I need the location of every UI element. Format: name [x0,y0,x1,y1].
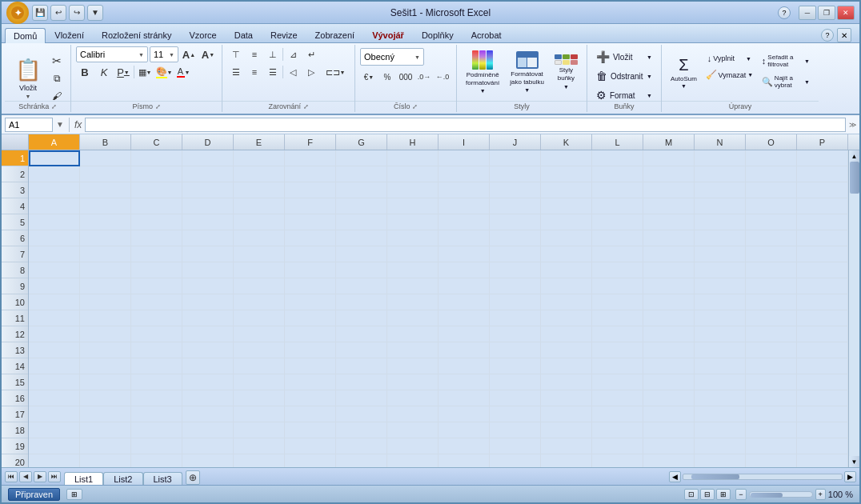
undo-button[interactable]: ↩ [50,5,66,21]
cell-D14[interactable] [182,358,234,374]
cell-D18[interactable] [182,422,234,438]
zoom-slider[interactable] [749,491,813,498]
cell-F3[interactable] [285,182,336,198]
cell-O6[interactable] [746,230,797,246]
sheet-first-button[interactable]: ⏮ [5,471,18,482]
page-layout-view-button[interactable]: ⊞ [66,489,82,500]
cell-E6[interactable] [234,230,285,246]
insert-cells-button[interactable]: ➕ Vložit ▼ [592,48,656,66]
cell-K19[interactable] [541,438,592,454]
h-scrollbar[interactable]: ◀ ▶ [200,468,859,485]
cell-B5[interactable] [80,214,131,230]
cell-N12[interactable] [695,326,746,342]
cell-E7[interactable] [234,246,285,262]
cell-L7[interactable] [592,246,643,262]
cell-M1[interactable] [643,150,695,166]
cell-K20[interactable] [541,454,592,467]
cell-B17[interactable] [80,406,131,422]
cell-P5[interactable] [797,214,848,230]
cell-F9[interactable] [285,278,336,294]
row-num-10[interactable]: 10 [2,294,28,310]
cell-B9[interactable] [80,278,131,294]
row-num-4[interactable]: 4 [2,198,28,214]
cell-D4[interactable] [182,198,234,214]
cell-K1[interactable] [541,150,592,166]
cell-N7[interactable] [695,246,746,262]
find-select-button[interactable]: 🔍Najít a vybrat▼ [758,72,814,91]
cell-P12[interactable] [797,326,848,342]
cell-H6[interactable] [387,230,439,246]
cell-C5[interactable] [131,214,182,230]
indent-increase-button[interactable]: ▷ [302,64,320,80]
cell-P18[interactable] [797,422,848,438]
cell-I12[interactable] [439,326,490,342]
italic-button[interactable]: K [95,64,113,80]
text-direction-button[interactable]: ⊿ [284,46,302,62]
cell-L12[interactable] [592,326,643,342]
cell-D7[interactable] [182,246,234,262]
cell-H11[interactable] [387,310,439,326]
cell-O16[interactable] [746,390,797,406]
col-header-L[interactable]: L [592,134,643,150]
cell-O15[interactable] [746,374,797,390]
row-num-19[interactable]: 19 [2,438,28,454]
cell-B8[interactable] [80,262,131,278]
cell-G16[interactable] [336,390,387,406]
cell-L9[interactable] [592,278,643,294]
cell-L4[interactable] [592,198,643,214]
cell-D16[interactable] [182,390,234,406]
cell-I14[interactable] [439,358,490,374]
cell-M3[interactable] [643,182,695,198]
cell-G19[interactable] [336,438,387,454]
row-num-15[interactable]: 15 [2,374,28,390]
sheet-last-button[interactable]: ⏭ [48,471,61,482]
cell-I13[interactable] [439,342,490,358]
cell-E15[interactable] [234,374,285,390]
h-scroll-thumb[interactable] [691,474,739,479]
cell-E13[interactable] [234,342,285,358]
col-header-A[interactable]: A [29,134,80,150]
cell-K5[interactable] [541,214,592,230]
cell-D6[interactable] [182,230,234,246]
cell-D13[interactable] [182,342,234,358]
cell-I16[interactable] [439,390,490,406]
cell-E17[interactable] [234,406,285,422]
cell-A3[interactable] [29,182,80,198]
cell-P9[interactable] [797,278,848,294]
h-scroll-right[interactable]: ▶ [844,471,856,482]
cell-J3[interactable] [490,182,541,198]
font-color-button[interactable]: A ▼ [174,64,192,80]
cell-O1[interactable] [746,150,797,166]
cell-I7[interactable] [439,246,490,262]
cell-B18[interactable] [80,422,131,438]
cell-G7[interactable] [336,246,387,262]
cell-G1[interactable] [336,150,387,166]
cell-N6[interactable] [695,230,746,246]
cell-O14[interactable] [746,358,797,374]
col-header-N[interactable]: N [695,134,746,150]
cell-A1[interactable] [29,150,80,166]
cell-C10[interactable] [131,294,182,310]
tab-rozlozeni[interactable]: Rozložení stránky [93,27,180,42]
cell-M19[interactable] [643,438,695,454]
cell-H19[interactable] [387,438,439,454]
minimize-button[interactable]: ─ [799,6,816,20]
cell-D9[interactable] [182,278,234,294]
cell-B4[interactable] [80,198,131,214]
cell-I11[interactable] [439,310,490,326]
expand-formula-button[interactable]: ▼ [56,120,64,129]
zoom-in-button[interactable]: + [815,489,826,500]
corner-cell[interactable] [2,134,29,150]
increase-decimal-button[interactable]: .0→ [415,69,433,85]
cell-F12[interactable] [285,326,336,342]
cell-C20[interactable] [131,454,182,467]
cell-A14[interactable] [29,358,80,374]
cell-C18[interactable] [131,422,182,438]
cell-styles-button[interactable]: Stylybuňky ▼ [551,48,582,96]
cell-M13[interactable] [643,342,695,358]
cell-F8[interactable] [285,262,336,278]
cell-M8[interactable] [643,262,695,278]
cell-N2[interactable] [695,166,746,182]
cell-J19[interactable] [490,438,541,454]
cell-F18[interactable] [285,422,336,438]
